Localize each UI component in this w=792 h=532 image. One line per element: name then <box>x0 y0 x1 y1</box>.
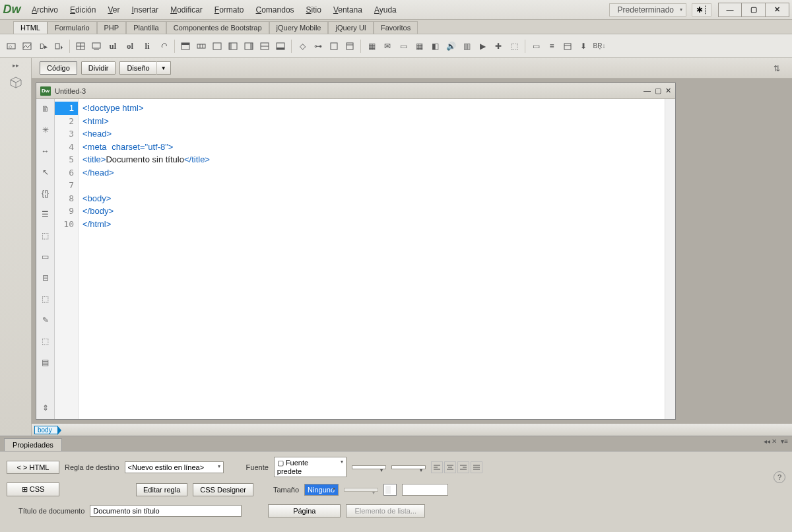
image-icon[interactable] <box>20 39 34 53</box>
expand-all-icon[interactable]: ↔ <box>40 145 51 157</box>
highlight-invalid-icon[interactable]: ⬚ <box>40 230 51 242</box>
panel-close-icon[interactable]: ✕ <box>772 438 777 445</box>
doc-title-input[interactable] <box>90 505 242 517</box>
open-documents-icon[interactable]: 🗎 <box>40 103 51 115</box>
menu-insertar[interactable]: Insertar <box>126 3 164 17</box>
article-icon[interactable] <box>242 39 256 53</box>
remove-comment-icon[interactable]: ✎ <box>40 314 51 326</box>
font-family-select[interactable]: ▢ Fuente predete <box>274 457 346 477</box>
doc-maximize-icon[interactable]: ▢ <box>655 86 661 95</box>
syntax-error-icon[interactable]: ⊟ <box>40 272 51 284</box>
panel-collapse-icon[interactable]: ◂◂ <box>764 438 770 445</box>
tab-jquery-ui[interactable]: jQuery UI <box>328 21 373 34</box>
plugin-icon[interactable]: ✚ <box>491 39 506 53</box>
vertical-scrollbar[interactable] <box>665 99 675 419</box>
menu-ver[interactable]: Ver <box>102 3 125 17</box>
design-view-dropdown[interactable]: ▼ <box>156 61 171 75</box>
rollover-image-icon[interactable]: ⬚ <box>507 39 521 53</box>
div-icon[interactable]: ◇ <box>4 39 18 53</box>
ol-icon[interactable]: ol <box>122 39 138 53</box>
page-properties-button[interactable]: Página <box>268 504 341 517</box>
balance-braces-icon[interactable]: {¦} <box>40 187 51 199</box>
canvas-icon[interactable]: ▦ <box>412 39 426 53</box>
figure-icon[interactable] <box>89 39 104 53</box>
menu-formato[interactable]: Formato <box>209 3 249 17</box>
footer-icon[interactable] <box>273 39 288 53</box>
viewport-icon[interactable] <box>343 39 357 53</box>
non-breaking-space-icon[interactable]: ⬇ <box>576 39 591 53</box>
menu-modificar[interactable]: Modificar <box>165 3 208 17</box>
expand-panel-icon[interactable]: ▸▸ <box>13 62 19 69</box>
collapse-full-tag-icon[interactable]: ✳ <box>40 124 51 136</box>
menu-ayuda[interactable]: Ayuda <box>369 3 402 17</box>
main-icon[interactable] <box>210 39 224 53</box>
ul-icon[interactable]: ul <box>105 39 121 53</box>
css-designer-button[interactable]: CSS Designer <box>193 483 253 496</box>
li-icon[interactable]: li <box>139 39 155 53</box>
files-panel-icon[interactable] <box>6 73 26 92</box>
workspace-switcher[interactable]: Predeterminado <box>609 3 686 17</box>
panel-menu-icon[interactable]: ▾≡ <box>781 438 788 445</box>
split-view-button[interactable]: Dividir <box>81 61 116 75</box>
menu-ventana[interactable]: Ventana <box>328 3 368 17</box>
align-right-icon[interactable] <box>457 461 469 473</box>
hyperlink-icon[interactable] <box>156 39 171 53</box>
align-left-icon[interactable] <box>431 461 443 473</box>
tag-selector-body[interactable]: body <box>34 426 58 434</box>
css-properties-button[interactable]: ⊞ CSS <box>7 482 59 496</box>
table-icon[interactable] <box>73 39 88 53</box>
file-management-icon[interactable]: ⇅ <box>770 62 784 75</box>
move-css-icon[interactable]: ⇕ <box>40 402 51 414</box>
design-view-button[interactable]: Diseño <box>119 61 156 75</box>
nav-icon[interactable] <box>194 39 209 53</box>
tab-html[interactable]: HTML <box>13 21 48 34</box>
help-icon[interactable]: ? <box>774 471 785 483</box>
align-center-icon[interactable] <box>444 461 456 473</box>
select-parent-tag-icon[interactable]: ↖ <box>40 166 51 178</box>
line-numbers-icon[interactable]: ☰ <box>40 209 51 220</box>
font-size-unit-select[interactable] <box>344 488 378 492</box>
section-icon[interactable] <box>257 39 272 53</box>
text-color-picker[interactable] <box>383 484 397 496</box>
keywords-icon[interactable]: ⊶ <box>311 39 325 53</box>
maximize-button[interactable]: ▢ <box>742 3 766 17</box>
word-wrap-icon[interactable]: ▭ <box>40 251 51 263</box>
tab-plantilla[interactable]: Plantilla <box>126 21 166 34</box>
html5-video-icon[interactable]: ▭ <box>396 39 411 53</box>
flash-video-icon[interactable]: ▶ <box>475 39 490 53</box>
align-justify-icon[interactable] <box>471 461 482 473</box>
close-button[interactable]: ✕ <box>766 3 789 17</box>
font-style-select[interactable] <box>352 465 386 469</box>
font-weight-select[interactable] <box>391 465 426 469</box>
hr-icon[interactable]: ≡ <box>544 39 559 53</box>
html-properties-button[interactable]: < > HTML <box>7 461 59 474</box>
aside-icon[interactable] <box>226 39 240 53</box>
tab-formulario[interactable]: Formulario <box>48 21 97 34</box>
doc-close-icon[interactable]: ✕ <box>665 86 671 95</box>
script-icon[interactable]: ▦ <box>364 39 379 53</box>
apply-comment-icon[interactable]: ⬚ <box>40 293 51 305</box>
edit-rule-button[interactable]: Editar regla <box>136 483 187 496</box>
menu-archivo[interactable]: Archivo <box>26 3 63 17</box>
properties-tab[interactable]: Propiedades <box>4 438 62 451</box>
menu-sitio[interactable]: Sitio <box>301 3 327 17</box>
description-icon[interactable] <box>327 39 341 53</box>
wrap-tag-icon[interactable]: ⬚ <box>40 335 51 347</box>
flash-swf-icon[interactable]: ▥ <box>459 39 474 53</box>
characters-icon[interactable]: BŖ↓ <box>592 39 607 53</box>
header-icon[interactable] <box>178 39 193 53</box>
tab-bootstrap[interactable]: Componentes de Bootstrap <box>166 21 269 34</box>
meta-icon[interactable]: ◇ <box>295 39 310 53</box>
date-icon[interactable] <box>560 39 575 53</box>
font-size-select[interactable]: Ninguno <box>304 484 339 496</box>
menu-edicion[interactable]: Edición <box>65 3 101 17</box>
doc-minimize-icon[interactable]: — <box>644 86 651 95</box>
tab-php[interactable]: PHP <box>97 21 127 34</box>
paragraph-icon[interactable]: D▸ <box>36 39 50 53</box>
tab-favoritos[interactable]: Favoritos <box>374 21 418 34</box>
text-color-input[interactable] <box>402 484 448 496</box>
heading-dropdown-icon[interactable] <box>51 39 66 53</box>
code-view-button[interactable]: Código <box>40 61 77 75</box>
minimize-button[interactable]: — <box>718 3 742 17</box>
iframe-icon[interactable]: ▭ <box>529 39 543 53</box>
